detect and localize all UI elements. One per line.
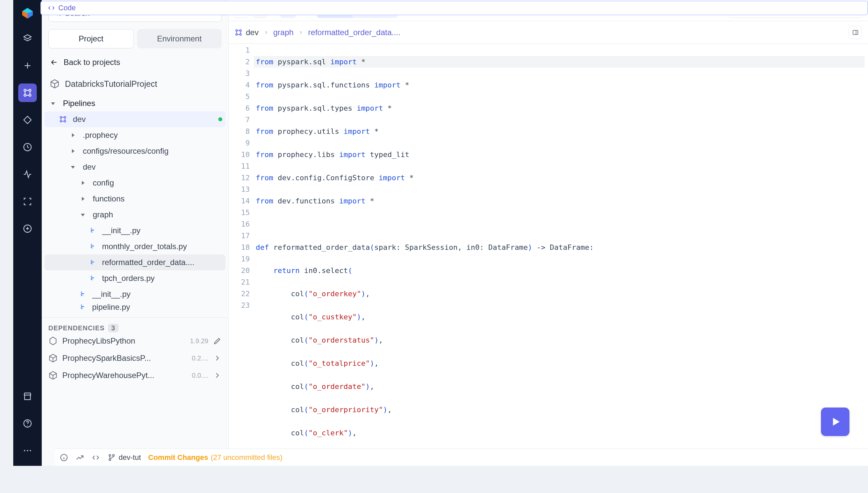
svg-point-25: [82, 305, 82, 305]
project-name: DatabricksTutorialProject: [65, 79, 157, 89]
tree-file-pipeline[interactable]: pipeline.py: [44, 302, 225, 312]
file-tree: Pipelines dev .prophecy configs/resource…: [42, 92, 228, 312]
status-dot-icon: [218, 117, 222, 121]
tree-folder-prophecy[interactable]: .prophecy: [44, 127, 225, 143]
arrow-left-icon: [50, 58, 58, 67]
deps-header: DEPENDENCIES: [48, 324, 105, 332]
nav-more-icon[interactable]: [18, 441, 37, 460]
tree-folder-config[interactable]: config: [44, 175, 225, 191]
tab-environment[interactable]: Environment: [137, 29, 222, 48]
nav-download-icon[interactable]: [18, 219, 37, 238]
tree-folder-functions[interactable]: functions: [44, 191, 225, 207]
svg-point-22: [91, 260, 92, 261]
dependencies-section: DEPENDENCIES 3 ProphecyLibsPython 1.9.29…: [42, 317, 228, 390]
python-icon: [89, 259, 96, 266]
code-icon: [48, 4, 55, 12]
nav-gems-icon[interactable]: [18, 111, 37, 129]
chevron-right-icon: [69, 131, 77, 139]
chevron-right-icon: [79, 179, 87, 187]
play-icon: [829, 415, 842, 428]
package-icon: [48, 371, 58, 380]
tree-folder-dev[interactable]: dev: [44, 159, 225, 175]
trend-icon[interactable]: [75, 453, 84, 462]
tree-folder-configs[interactable]: configs/resources/config: [44, 143, 225, 159]
panel-icon: [852, 29, 859, 36]
nav-rail: [13, 0, 42, 466]
chevron-right-icon[interactable]: [213, 371, 222, 380]
python-icon: [89, 243, 96, 250]
svg-point-24: [82, 292, 82, 293]
nav-help-icon[interactable]: [18, 414, 37, 433]
run-button[interactable]: [821, 408, 849, 436]
dep-row-1[interactable]: ProphecySparkBasicsP... 0.2....: [48, 349, 222, 367]
svg-point-23: [91, 276, 92, 277]
python-icon: [79, 303, 86, 311]
tree-pipelines[interactable]: Pipelines: [44, 95, 225, 111]
nav-add-icon[interactable]: [18, 56, 37, 75]
deps-count: 3: [108, 324, 118, 332]
nav-pipelines-icon[interactable]: [18, 84, 37, 102]
package-icon: [48, 336, 58, 346]
back-label: Back to projects: [64, 58, 120, 67]
topbar: dev Config Schedule ⋯ Visual Code Spark_…: [229, 0, 868, 21]
nav-history-icon[interactable]: [18, 138, 37, 156]
chevron-down-icon: [69, 163, 77, 171]
chevron-down-icon: [49, 100, 57, 107]
breadcrumb-bar: dev graph reformatted_order_data....: [229, 21, 868, 44]
python-icon: [89, 227, 96, 234]
nav-store-icon[interactable]: [18, 387, 37, 406]
tree-file-init1[interactable]: __init__.py: [44, 223, 225, 239]
svg-point-20: [91, 228, 92, 229]
toggle-panel-button[interactable]: [849, 26, 862, 39]
nav-activity-icon[interactable]: [18, 165, 37, 184]
tab-project[interactable]: Project: [48, 29, 134, 48]
pipeline-icon: [59, 115, 67, 123]
tree-folder-graph[interactable]: graph: [44, 207, 225, 223]
chevron-right-icon: [69, 147, 77, 155]
tree-pipeline-dev[interactable]: dev: [44, 111, 225, 127]
tree-file-init2[interactable]: __init__.py: [44, 286, 225, 302]
code-editor[interactable]: 1234567891011121314151617181920212223 fr…: [229, 44, 868, 466]
chevron-right-icon: [79, 195, 87, 203]
branch-icon: [107, 453, 116, 462]
crumb-pipeline[interactable]: dev: [235, 28, 259, 37]
app-logo[interactable]: [20, 6, 35, 21]
cube-icon: [50, 79, 60, 89]
pencil-icon[interactable]: [213, 337, 222, 345]
chevron-right-icon: [298, 30, 303, 35]
back-to-projects[interactable]: Back to projects: [42, 48, 228, 72]
nav-home-icon[interactable]: [18, 29, 37, 48]
commit-changes-link[interactable]: Commit Changes (27 uncommitted files): [148, 453, 282, 462]
svg-point-21: [91, 244, 92, 245]
branch-indicator[interactable]: dev-tut: [107, 453, 141, 462]
python-icon: [89, 275, 96, 282]
chevron-right-icon: [263, 30, 269, 35]
code-mode-button[interactable]: Code: [40, 1, 868, 15]
package-icon: [48, 353, 58, 363]
tree-file-reformatted[interactable]: reformatted_order_data....: [44, 254, 225, 270]
tree-file-tpch[interactable]: tpch_orders.py: [44, 270, 225, 286]
pipeline-icon: [235, 28, 242, 37]
dep-row-2[interactable]: ProphecyWarehousePyt... 0.0....: [48, 367, 222, 384]
sidebar: Project Environment Back to projects Dat…: [42, 0, 229, 466]
crumb-graph[interactable]: graph: [273, 28, 294, 37]
code-content: from pyspark.sql import * from pyspark.s…: [256, 44, 868, 466]
chevron-right-icon[interactable]: [213, 354, 222, 362]
line-gutter: 1234567891011121314151617181920212223: [229, 44, 254, 311]
info-icon[interactable]: [60, 453, 68, 462]
tree-file-monthly[interactable]: monthly_order_totals.py: [44, 239, 225, 254]
code-icon[interactable]: [91, 453, 100, 462]
python-icon: [79, 291, 86, 298]
crumb-file[interactable]: reformatted_order_data....: [308, 28, 400, 37]
project-header[interactable]: DatabricksTutorialProject: [42, 72, 228, 92]
status-bar: dev-tut Commit Changes (27 uncommitted f…: [55, 449, 868, 466]
dep-row-0[interactable]: ProphecyLibsPython 1.9.29: [48, 332, 222, 349]
chevron-down-icon: [79, 211, 87, 219]
nav-expand-icon[interactable]: [18, 192, 37, 211]
main-area: dev Config Schedule ⋯ Visual Code Spark_…: [229, 0, 868, 466]
